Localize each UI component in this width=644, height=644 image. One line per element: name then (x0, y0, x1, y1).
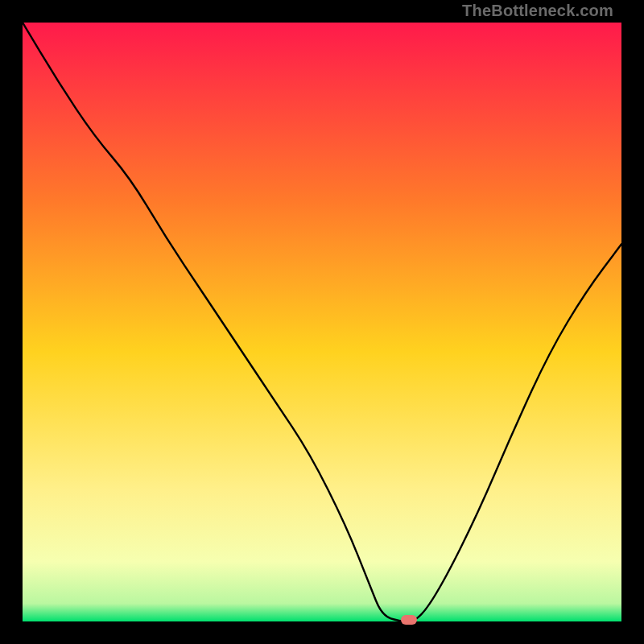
plot-area (23, 23, 621, 621)
chart-frame: TheBottleneck.com (0, 0, 644, 644)
plot-svg (23, 23, 621, 621)
gradient-background (23, 23, 621, 621)
optimal-marker (401, 615, 417, 625)
attribution-text: TheBottleneck.com (462, 2, 613, 20)
